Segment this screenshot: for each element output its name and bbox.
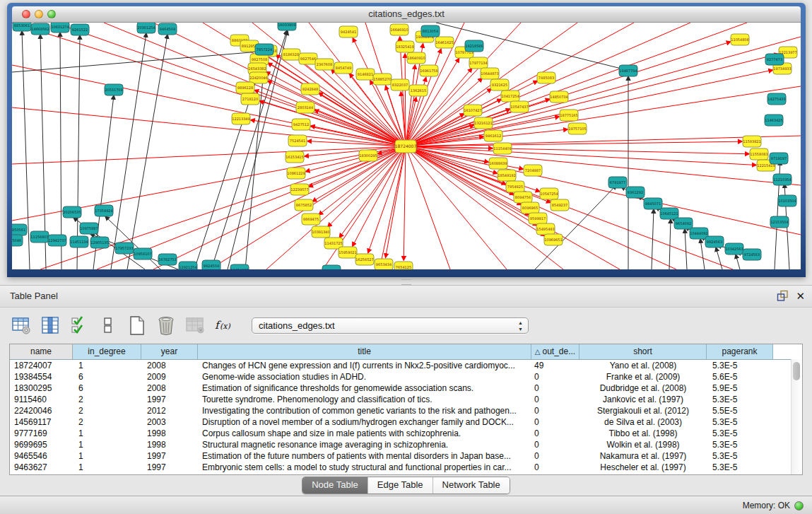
graph-node[interactable]: 18640910 bbox=[407, 52, 425, 64]
graph-node[interactable]: 6791977 bbox=[608, 177, 627, 188]
graph-node[interactable]: 12239577 bbox=[290, 184, 309, 195]
graph-node[interactable]: 16107427 bbox=[464, 105, 482, 116]
graph-node[interactable]: 16256527 bbox=[355, 254, 374, 265]
graph-node[interactable]: 7954925 bbox=[506, 181, 524, 192]
column-header-in-degree[interactable]: in_degree bbox=[73, 344, 141, 359]
graph-node[interactable]: 9653434 bbox=[375, 259, 393, 269]
graph-node[interactable]: 16153415 bbox=[286, 151, 304, 163]
column-header-name[interactable]: name bbox=[10, 344, 73, 359]
graph-node[interactable]: 18300295 bbox=[359, 150, 377, 161]
table-row[interactable]: 911546021997Tourette syndrome. Phenomeno… bbox=[10, 394, 802, 405]
graph-node[interactable]: 12905135 bbox=[90, 237, 109, 248]
table-row[interactable]: 2242004622012Investigating the contribut… bbox=[10, 405, 802, 416]
table-row[interactable]: 1830029562008Estimation of significance … bbox=[10, 382, 802, 394]
graph-node[interactable]: 9242848 bbox=[301, 83, 319, 95]
graph-node[interactable]: 9827546 bbox=[299, 53, 317, 64]
graph-node[interactable]: 15885270 bbox=[373, 74, 392, 85]
graph-node[interactable]: 9321625 bbox=[490, 79, 509, 90]
graph-node[interactable]: 15959021 bbox=[339, 247, 357, 258]
graph-node[interactable]: 10391340 bbox=[312, 226, 330, 238]
graph-node[interactable]: 9869475 bbox=[302, 214, 320, 225]
panel-divider-grip[interactable] bbox=[401, 279, 411, 285]
graph-node[interactable]: 9361292 bbox=[626, 187, 645, 198]
graph-node[interactable]: 18724007 bbox=[395, 140, 417, 153]
graph-node[interactable]: 16961758 bbox=[420, 65, 438, 76]
function-builder-icon[interactable]: f (x) bbox=[214, 315, 234, 335]
graph-node[interactable]: 7857224 bbox=[255, 44, 273, 55]
graph-node[interactable]: 17957233 bbox=[115, 243, 134, 254]
graph-node[interactable]: 14669562 bbox=[31, 23, 49, 35]
tab-edge-table[interactable]: Edge Table bbox=[368, 477, 433, 493]
show-column-icon[interactable] bbox=[40, 315, 60, 335]
tab-network-table[interactable]: Network Table bbox=[433, 477, 510, 493]
graph-node[interactable]: 8322037 bbox=[391, 79, 409, 90]
graph-node[interactable]: 9424541 bbox=[339, 26, 358, 37]
graph-node[interactable]: 11210354 bbox=[773, 174, 792, 185]
window-titlebar[interactable]: citations_edges.txt bbox=[12, 6, 801, 23]
graph-node[interactable]: 1362615 bbox=[409, 85, 428, 96]
table-row[interactable]: 969969511998Structural magnetic resonanc… bbox=[10, 439, 802, 450]
graph-node[interactable]: 8675852 bbox=[295, 199, 313, 211]
graph-node[interactable]: 8850561 bbox=[12, 224, 27, 235]
graph-node[interactable]: 16782753 bbox=[158, 254, 177, 265]
graph-node[interactable]: 13216121 bbox=[474, 117, 493, 129]
graph-node[interactable]: 12942737 bbox=[48, 235, 66, 246]
row-height-icon[interactable] bbox=[98, 315, 118, 335]
graph-node[interactable]: 10444092 bbox=[690, 228, 708, 239]
graph-node[interactable]: 12921254 bbox=[179, 262, 197, 269]
graph-node[interactable]: 10342563 bbox=[725, 243, 743, 255]
graph-node[interactable]: 10631274 bbox=[51, 23, 69, 33]
graph-node[interactable]: 9654092 bbox=[674, 218, 693, 229]
graph-node[interactable]: 17359924 bbox=[95, 205, 113, 216]
graph-node[interactable]: 18549192 bbox=[498, 170, 516, 181]
graph-node[interactable]: 20301254 bbox=[137, 23, 155, 33]
graph-node[interactable]: 11593821 bbox=[743, 136, 761, 147]
graph-node[interactable]: 2803144 bbox=[296, 102, 314, 113]
table-row[interactable]: 946362711997Embryonic stem cells: a mode… bbox=[10, 462, 802, 473]
graph-node[interactable]: 9896128 bbox=[236, 82, 254, 93]
graph-node[interactable]: 10103504 bbox=[778, 195, 796, 206]
graph-node[interactable]: 9724563 bbox=[743, 249, 761, 260]
graph-node[interactable]: 10645121 bbox=[660, 208, 678, 219]
column-header-year[interactable]: year bbox=[141, 344, 198, 359]
graph-node[interactable]: 8094756 bbox=[514, 192, 532, 203]
graph-node[interactable]: 8549237 bbox=[551, 199, 569, 211]
graph-node[interactable]: 11156803 bbox=[30, 231, 49, 243]
graph-node[interactable]: 19487794 bbox=[619, 65, 637, 76]
select-columns-icon[interactable] bbox=[69, 315, 89, 335]
graph-node[interactable]: 16646910 bbox=[390, 24, 408, 35]
delete-column-icon[interactable] bbox=[156, 315, 176, 335]
graph-node[interactable]: 16033809 bbox=[278, 23, 296, 30]
graph-node[interactable]: 14850734 bbox=[550, 91, 568, 103]
table-row[interactable]: 1872400712008Changes of HCN gene express… bbox=[10, 360, 802, 371]
graph-node[interactable]: 9245042 bbox=[322, 265, 341, 269]
graph-node[interactable]: 12213349 bbox=[232, 113, 250, 124]
graph-node[interactable]: 19757105 bbox=[568, 123, 587, 134]
graph-node[interactable]: 9464504 bbox=[158, 23, 177, 35]
graph-node[interactable]: 9924504 bbox=[202, 260, 220, 269]
graph-node[interactable]: 10644873 bbox=[481, 68, 499, 79]
graph-node[interactable]: 8813054 bbox=[421, 25, 440, 37]
column-header-title[interactable]: title bbox=[198, 344, 531, 359]
graph-node[interactable]: 10417254 bbox=[501, 90, 519, 102]
column-header-pagerank[interactable]: pagerank bbox=[707, 344, 773, 359]
graph-node[interactable]: 9924563 bbox=[705, 236, 724, 247]
graph-node[interactable]: 17977134 bbox=[469, 57, 488, 69]
graph-node[interactable]: 8186328 bbox=[282, 49, 300, 60]
graph-node[interactable]: 10547254 bbox=[540, 188, 558, 199]
graph-node[interactable]: 10958107 bbox=[134, 248, 152, 259]
graph-node[interactable]: 7204987 bbox=[524, 165, 542, 176]
table-mode-icon[interactable] bbox=[11, 315, 31, 335]
graph-node[interactable]: 9845071 bbox=[644, 198, 662, 209]
graph-node[interactable]: 10969651 bbox=[544, 234, 563, 245]
graph-node[interactable]: 11558083 bbox=[750, 148, 768, 160]
graph-node[interactable]: 11451134 bbox=[70, 236, 88, 247]
graph-node[interactable]: 10975887 bbox=[80, 223, 98, 234]
graph-node[interactable]: 14275433 bbox=[767, 93, 786, 105]
column-header-short[interactable]: short bbox=[579, 344, 707, 359]
graph-node[interactable]: 8853061 bbox=[13, 23, 31, 31]
column-header-out-degree[interactable]: △out_de... bbox=[531, 344, 579, 359]
graph-node[interactable]: 9599917 bbox=[529, 213, 547, 224]
graph-node[interactable]: 9146821 bbox=[356, 69, 375, 80]
graph-node[interactable]: 2367608 bbox=[315, 59, 334, 70]
